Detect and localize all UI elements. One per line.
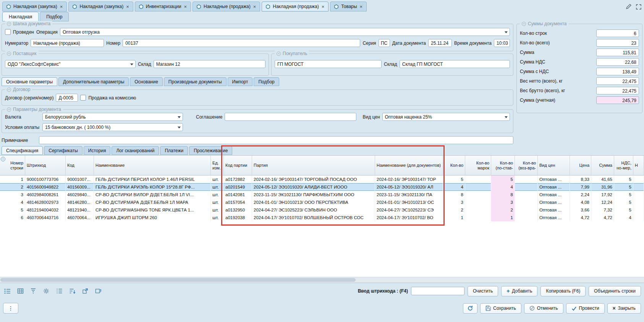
horizontal-scrollbar[interactable] bbox=[0, 277, 644, 283]
numbered-list-icon[interactable] bbox=[55, 287, 63, 295]
refresh-button[interactable] bbox=[463, 303, 477, 314]
table-row[interactable]: 6460700644371646070064...ИГРУШКА ДЖИП ШТ… bbox=[0, 214, 644, 221]
list-view-icon[interactable] bbox=[3, 287, 11, 295]
numerator-field[interactable]: Накладные (продажа) bbox=[31, 39, 104, 47]
view-tab[interactable]: Подбор bbox=[40, 12, 69, 21]
column-header[interactable]: Кол-во марок bbox=[465, 156, 491, 176]
window-tab[interactable]: Накладная (закупка)× bbox=[68, 2, 133, 11]
collapse-icon[interactable]: − bbox=[7, 52, 11, 56]
view-tab[interactable]: Накладная bbox=[2, 12, 39, 21]
column-header[interactable]: Код bbox=[66, 156, 94, 176]
collapse-icon[interactable]: − bbox=[7, 88, 11, 92]
collapse-icon[interactable]: − bbox=[277, 52, 281, 56]
column-header[interactable]: Вид цен bbox=[538, 156, 570, 176]
table-row[interactable]: 4481462800297348146280...СР-ВО Д/СТИР.МА… bbox=[0, 198, 644, 206]
collapse-icon[interactable]: − bbox=[7, 22, 11, 26]
column-header[interactable]: Кол-во bbox=[443, 156, 465, 176]
spec-tab[interactable]: История bbox=[84, 146, 111, 155]
date-field[interactable]: 25.11.24 bbox=[428, 39, 452, 47]
edit-pencil-icon[interactable] bbox=[625, 3, 632, 10]
contract-field[interactable]: Д-0005 bbox=[56, 94, 78, 102]
collapse-icon[interactable]: − bbox=[7, 107, 11, 112]
table-row[interactable]: 5481219400403248121940...СР-ВО Д/СТИР.WA… bbox=[0, 206, 644, 214]
collapse-icon[interactable]: − bbox=[522, 22, 526, 26]
window-tab[interactable]: Накладная (продажа)× bbox=[262, 2, 328, 11]
column-header[interactable]: ^Номер строки bbox=[0, 156, 25, 176]
gear-icon[interactable] bbox=[42, 287, 50, 295]
supplier-select[interactable]: ОДО "ЛюксСофтСервис" bbox=[5, 60, 136, 68]
spec-tab[interactable]: Сертификаты bbox=[44, 146, 83, 155]
window-tab[interactable]: Накладная (закупка)× bbox=[2, 2, 67, 11]
param-tab[interactable]: Основные параметры bbox=[2, 77, 57, 86]
agreement-field[interactable] bbox=[225, 113, 356, 121]
post-button[interactable]: Провести bbox=[566, 303, 605, 314]
column-header[interactable]: Код партии bbox=[224, 156, 252, 176]
cancel-button[interactable]: Отменить bbox=[524, 303, 563, 314]
table-row[interactable]: 3460298400826146029840...СР-ВО Д/СТИРКИ … bbox=[0, 191, 644, 198]
param-tab[interactable]: Подбор bbox=[254, 77, 279, 86]
tab-close-icon[interactable]: × bbox=[359, 4, 363, 9]
filter-icon[interactable] bbox=[29, 287, 37, 295]
column-header[interactable]: НДС, но-мер, bbox=[614, 156, 633, 176]
scrollbar-thumb[interactable] bbox=[0, 278, 356, 282]
tab-close-icon[interactable]: × bbox=[126, 4, 129, 9]
spec-tab[interactable]: Платежи bbox=[160, 146, 188, 155]
time-field[interactable]: 10:03 bbox=[494, 39, 510, 47]
open-external-icon[interactable] bbox=[81, 287, 89, 295]
window-tab[interactable]: Товары× bbox=[330, 2, 367, 11]
window-tab[interactable]: Накладные (продажа)× bbox=[193, 2, 260, 11]
table-cell: 48121940... bbox=[66, 206, 94, 214]
commission-checkbox[interactable] bbox=[80, 95, 86, 101]
refresh-columns-icon[interactable] bbox=[94, 287, 102, 295]
series-field[interactable]: ПС bbox=[379, 39, 390, 47]
sort-asc-icon[interactable]: ^ bbox=[1, 157, 5, 161]
param-tab[interactable]: Основание bbox=[130, 77, 163, 86]
column-header[interactable]: Сумма bbox=[591, 156, 614, 176]
tab-close-icon[interactable]: × bbox=[253, 4, 257, 9]
payment-select[interactable]: 15 банковских дн. ( 100.000 %) bbox=[42, 123, 183, 131]
tab-close-icon[interactable]: × bbox=[60, 4, 63, 9]
number-field[interactable]: 00137 bbox=[123, 39, 360, 47]
table-cell: 41,65 bbox=[591, 176, 614, 183]
save-button[interactable]: Сохранить bbox=[480, 303, 521, 314]
sort-list-icon[interactable] bbox=[68, 287, 76, 295]
param-tab[interactable]: Производные документы bbox=[164, 77, 227, 86]
close-button[interactable]: × Закрыть bbox=[607, 303, 641, 314]
column-header[interactable]: Наименование (для документов) bbox=[375, 156, 443, 176]
column-header[interactable]: Кол-во (по-став- bbox=[491, 156, 515, 176]
expand-icon[interactable] bbox=[636, 4, 642, 10]
price-type-select[interactable]: Оптовая наценка 25% bbox=[382, 113, 510, 121]
barcode-input[interactable] bbox=[411, 287, 464, 295]
window-tab[interactable]: Инвентаризации× bbox=[135, 2, 191, 11]
table-grid-icon[interactable] bbox=[16, 287, 24, 295]
currency-select[interactable]: Белорусский рубль bbox=[42, 113, 183, 121]
more-options-button[interactable]: ⋮ bbox=[3, 303, 18, 314]
tab-close-icon[interactable]: × bbox=[321, 4, 325, 9]
table-row[interactable]: 1900010077370690001007...ГЕЛЬ Д/СТИРКИ П… bbox=[0, 176, 644, 183]
column-header[interactable]: Ед. изм. bbox=[211, 156, 224, 176]
spec-tab[interactable]: Спецификация bbox=[2, 146, 43, 155]
clear-button[interactable]: Очистить bbox=[468, 286, 498, 296]
supplier-sklad-field[interactable]: Магазин 12 bbox=[154, 60, 265, 68]
column-header[interactable]: Цена bbox=[570, 156, 591, 176]
total-value: 22,475 bbox=[596, 87, 639, 94]
table-row[interactable]: 2401560094982240156009...ГЕЛЬ Д/СТИРКИ А… bbox=[0, 183, 644, 191]
add-button[interactable]: +Добавить bbox=[501, 286, 537, 296]
operation-select[interactable]: Оптовая отгрузка bbox=[60, 28, 510, 36]
buyer-field[interactable]: ГП МОГОСТ bbox=[275, 60, 382, 68]
column-header[interactable]: Наименование bbox=[94, 156, 211, 176]
tab-close-icon[interactable]: × bbox=[183, 4, 187, 9]
buyer-sklad-field[interactable]: Склад ГП МОГОСТ bbox=[400, 60, 510, 68]
merge-rows-button[interactable]: Объединить строки bbox=[589, 286, 641, 296]
column-header[interactable]: Н bbox=[633, 156, 644, 176]
spec-tab[interactable]: Прослеживание bbox=[189, 146, 232, 155]
proveden-checkbox[interactable] bbox=[5, 29, 11, 35]
note-field[interactable] bbox=[39, 136, 513, 144]
spec-tab[interactable]: Лог сканирований bbox=[112, 146, 159, 155]
column-header[interactable]: Штрихкод bbox=[25, 156, 66, 176]
copy-button[interactable]: Копировать (F6) bbox=[540, 286, 586, 296]
column-header[interactable]: Партия bbox=[252, 156, 375, 176]
column-header[interactable]: Кол-во (воз-вра- bbox=[515, 156, 538, 176]
param-tab[interactable]: Импорт bbox=[228, 77, 253, 86]
param-tab[interactable]: Дополнительные параметры bbox=[58, 77, 129, 86]
